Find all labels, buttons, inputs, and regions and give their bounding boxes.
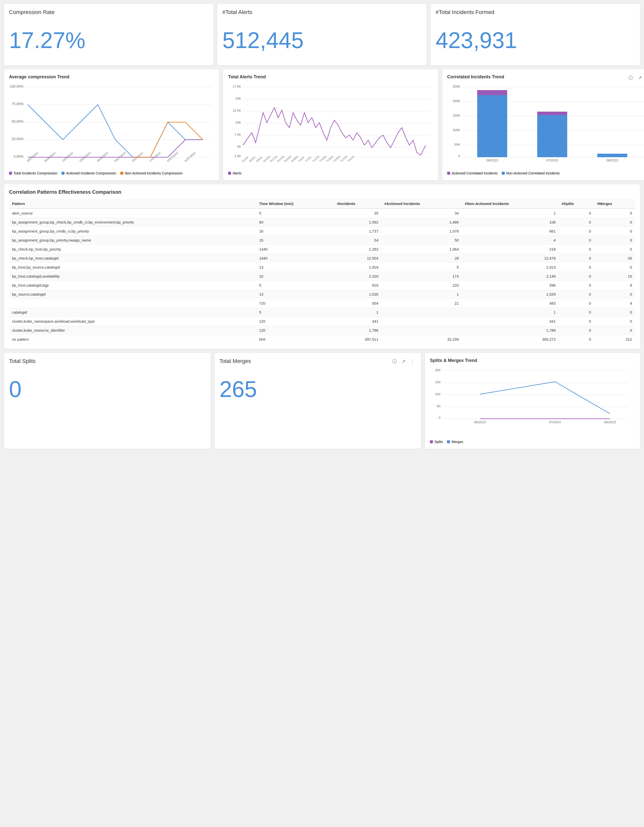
merges-more-button[interactable]: ⋮ bbox=[409, 358, 416, 365]
correlated-incidents-title: Correlated Incidents Trend bbox=[447, 74, 504, 80]
table-row: bp_source,catalogid131,53011,52900 bbox=[9, 290, 635, 299]
cell-pattern: bp_source,catalogid bbox=[9, 290, 256, 299]
svg-text:0: 0 bbox=[439, 416, 440, 420]
total-alerts-trend-card: Total Alerts Trend 17.5K 15K 12.5K 10K 7… bbox=[223, 69, 438, 180]
patterns-table-card: Correlation Patterns Effectiveness Compa… bbox=[4, 184, 640, 349]
info-button[interactable]: ⓘ bbox=[627, 74, 634, 81]
svg-text:6/29/23: 6/29/23 bbox=[291, 155, 299, 162]
compression-rate-value: 17.27% bbox=[9, 23, 208, 60]
cell-non_actioned: 596 bbox=[462, 281, 558, 290]
cell-splits: 0 bbox=[559, 281, 594, 290]
cell-pattern: cluster,kube_namespace,workload,workload… bbox=[9, 317, 256, 326]
legend-alerts: Alerts bbox=[228, 171, 241, 175]
avg-compression-card: Average compression Trend 100.00% 75.00%… bbox=[4, 69, 219, 180]
cell-pattern: no pattern bbox=[9, 335, 256, 344]
cell-splits: 0 bbox=[559, 209, 594, 218]
cell-merges: 0 bbox=[594, 236, 635, 245]
svg-text:7/3/23: 7/3/23 bbox=[298, 156, 305, 163]
svg-text:5K: 5K bbox=[237, 145, 241, 148]
cell-pattern: bp_assignment_group,bp_cmdb_ci,bp_priori… bbox=[9, 227, 256, 236]
col-merges: #Merges bbox=[594, 199, 635, 209]
table-row: no patternN/A397,51132,239365,2720212 bbox=[9, 335, 635, 344]
splits-merges-title: Splits & Merges Trend bbox=[430, 358, 635, 363]
merges-expand-button[interactable]: ↗ bbox=[400, 358, 407, 365]
svg-text:6/1/23: 6/1/23 bbox=[241, 156, 249, 163]
svg-text:100: 100 bbox=[435, 392, 440, 396]
cell-incidents: 1,282 bbox=[334, 245, 381, 254]
charts-row: Average compression Trend 100.00% 75.00%… bbox=[4, 69, 640, 180]
total-merges-title: Total Merges bbox=[219, 358, 251, 364]
cell-actioned: 50 bbox=[381, 236, 462, 245]
total-alerts-trend-chart: 17.5K 15K 12.5K 10K 7.5K 5K 2.5K bbox=[228, 83, 433, 169]
col-pattern: Pattern bbox=[9, 199, 256, 209]
cell-time_window: 5 bbox=[256, 281, 334, 290]
cell-time_window: N/A bbox=[256, 335, 334, 344]
cell-incidents: 341 bbox=[334, 317, 381, 326]
cell-actioned: 34 bbox=[381, 209, 462, 218]
svg-text:75.00%: 75.00% bbox=[12, 102, 23, 106]
cell-non_actioned: 2,146 bbox=[462, 272, 558, 281]
svg-text:15K: 15K bbox=[235, 97, 241, 100]
cell-non_actioned: 1 bbox=[462, 308, 558, 317]
cell-non_actioned: 1 bbox=[462, 209, 558, 218]
cell-incidents: 1,530 bbox=[334, 290, 381, 299]
cell-splits: 0 bbox=[559, 218, 594, 227]
correlated-legend: Actioned Correlated Incidents Non-Action… bbox=[447, 171, 644, 175]
cell-time_window: 15 bbox=[256, 236, 334, 245]
cell-actioned: 174 bbox=[381, 272, 462, 281]
cell-pattern: alert_source bbox=[9, 209, 256, 218]
avg-compression-title: Average compression Trend bbox=[9, 74, 214, 80]
cell-merges: 15 bbox=[594, 272, 635, 281]
cell-actioned: 1,486 bbox=[381, 218, 462, 227]
cell-pattern: bp_check,bp_host,bp_priority bbox=[9, 245, 256, 254]
cell-non_actioned: 12,476 bbox=[462, 254, 558, 263]
cell-splits: 0 bbox=[559, 317, 594, 326]
svg-text:250K: 250K bbox=[453, 84, 460, 88]
cell-time_window: 16 bbox=[256, 227, 334, 236]
svg-text:0.00%: 0.00% bbox=[14, 154, 23, 158]
total-alerts-title: #Total Alerts bbox=[222, 9, 422, 16]
merges-info-button[interactable]: ⓘ bbox=[391, 358, 398, 365]
splits-merges-trend-card: Splits & Merges Trend 200 150 100 50 0 bbox=[425, 353, 640, 449]
expand-button[interactable]: ↗ bbox=[636, 74, 643, 81]
cell-non_actioned: 1,913 bbox=[462, 263, 558, 272]
cell-time_window: 120 bbox=[256, 326, 334, 335]
svg-text:10K: 10K bbox=[235, 121, 241, 125]
table-title: Correlation Patterns Effectiveness Compa… bbox=[9, 189, 635, 195]
cell-time_window: 1440 bbox=[256, 245, 334, 254]
splits-merges-chart: 200 150 100 50 0 06/2023 bbox=[430, 366, 635, 437]
legend-actioned-correlated: Actioned Correlated Incidents bbox=[447, 171, 498, 175]
cell-incidents: 397,511 bbox=[334, 335, 381, 344]
svg-text:7/11/23: 7/11/23 bbox=[312, 155, 320, 162]
svg-text:100K: 100K bbox=[453, 128, 460, 132]
bottom-row: Total Splits 0 Total Merges ⓘ ↗ ⋮ 265 Sp… bbox=[4, 353, 640, 449]
cell-time_window: 720 bbox=[256, 299, 334, 308]
correlated-incidents-chart: 250K 200K 150K 100K 50K 0 bbox=[447, 83, 644, 169]
compression-rate-title: Compression Rate bbox=[9, 9, 208, 16]
svg-text:25.00%: 25.00% bbox=[12, 137, 23, 141]
col-time-window: Time Window (min) bbox=[256, 199, 334, 209]
cell-splits: 0 bbox=[559, 245, 594, 254]
table-row: alert_source53534100 bbox=[9, 209, 635, 218]
svg-text:200: 200 bbox=[435, 368, 440, 372]
svg-text:7/19/23: 7/19/23 bbox=[326, 155, 334, 162]
legend-dot-orange bbox=[120, 172, 123, 175]
cell-actioned bbox=[381, 308, 462, 317]
cell-non_actioned: 106 bbox=[462, 218, 558, 227]
cell-non_actioned: 218 bbox=[462, 245, 558, 254]
svg-text:07/2023: 07/2023 bbox=[549, 420, 561, 424]
cell-incidents: 35 bbox=[334, 209, 381, 218]
legend-total-compression: Total Incidents Compression bbox=[9, 171, 58, 175]
table-row: bp_host,bp_source,catalogid131,91851,913… bbox=[9, 263, 635, 272]
table-row: bp_assignment_group,bp_cmdb_ci,bp_priori… bbox=[9, 227, 635, 236]
cell-merges: 0 bbox=[594, 245, 635, 254]
table-row: bp_assignment_group,bp_check,bp_cmdb_ci,… bbox=[9, 218, 635, 227]
cell-incidents: 1,918 bbox=[334, 263, 381, 272]
cell-non_actioned: 341 bbox=[462, 317, 558, 326]
cell-merges: 8 bbox=[594, 281, 635, 290]
table-row: bp_check,bp_host,bp_priority14401,2821,0… bbox=[9, 245, 635, 254]
svg-text:7/7/23: 7/7/23 bbox=[305, 156, 312, 163]
legend-dot-purple bbox=[9, 172, 12, 175]
cell-pattern: bp_assignment_group,bp_priority,nwapp_na… bbox=[9, 236, 256, 245]
table-row: bp_assignment_group,bp_priority,nwapp_na… bbox=[9, 236, 635, 245]
